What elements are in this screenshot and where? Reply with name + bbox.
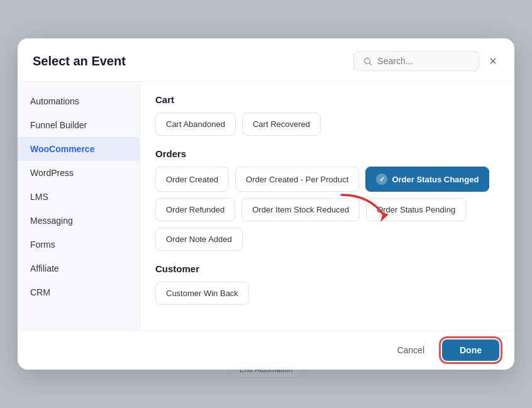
cart-section-title: Cart [155,94,499,105]
search-icon [363,57,372,66]
sidebar-item-affiliate[interactable]: Affiliate [18,256,140,280]
modal-title: Select an Event [33,54,126,69]
sidebar-item-wordpress[interactable]: WordPress [18,161,140,185]
sidebar-item-automations[interactable]: Automations [18,89,140,113]
event-btn-cart-abandoned[interactable]: Cart Abandoned [155,113,236,136]
event-btn-order-created[interactable]: Order Created [155,167,229,192]
event-btn-cart-recovered[interactable]: Cart Recovered [242,113,321,136]
order-status-changed-label: Order Status Changed [392,175,479,184]
event-btn-order-status-changed[interactable]: ✓ Order Status Changed [365,167,489,192]
sidebar-item-funnel-builder[interactable]: Funnel Builder [18,113,140,137]
main-content: Cart Cart Abandoned Cart Recovered Order… [140,82,514,330]
modal-overlay: Select an Event × Automations Funnel Bui… [0,0,532,408]
event-btn-order-created-per-product[interactable]: Order Created - Per Product [235,167,359,192]
event-btn-customer-win-back[interactable]: Customer Win Back [155,282,249,305]
svg-line-1 [370,63,372,65]
header-right: × [353,51,499,71]
sidebar-item-messaging[interactable]: Messaging [18,209,140,233]
orders-events-grid: Order Created Order Created - Per Produc… [155,167,499,251]
event-btn-order-item-stock-reduced[interactable]: Order Item Stock Reduced [241,198,360,221]
close-button[interactable]: × [487,52,499,70]
check-icon: ✓ [376,174,387,185]
search-box [353,51,479,71]
sidebar-item-forms[interactable]: Forms [18,233,140,256]
modal-footer: Cancel Done [18,330,514,370]
cancel-button[interactable]: Cancel [387,339,435,361]
event-btn-order-status-pending[interactable]: Order Status Pending [366,198,466,221]
modal-body: Automations Funnel Builder WooCommerce W… [18,82,514,330]
sidebar-item-woocommerce[interactable]: WooCommerce [18,137,140,161]
svg-point-0 [365,58,370,63]
search-input[interactable] [377,56,470,66]
sidebar-item-lms[interactable]: LMS [18,185,140,209]
event-btn-order-refunded[interactable]: Order Refunded [155,198,235,221]
modal: Select an Event × Automations Funnel Bui… [18,38,514,370]
cart-events-grid: Cart Abandoned Cart Recovered [155,113,499,136]
event-btn-order-note-added[interactable]: Order Note Added [155,228,243,251]
customer-section-title: Customer [155,263,499,274]
sidebar-item-crm[interactable]: CRM [18,280,140,304]
sidebar: Automations Funnel Builder WooCommerce W… [18,82,140,330]
customer-events-grid: Customer Win Back [155,282,499,305]
modal-header: Select an Event × [18,38,514,82]
orders-section-title: Orders [155,148,499,159]
done-button[interactable]: Done [442,339,499,361]
